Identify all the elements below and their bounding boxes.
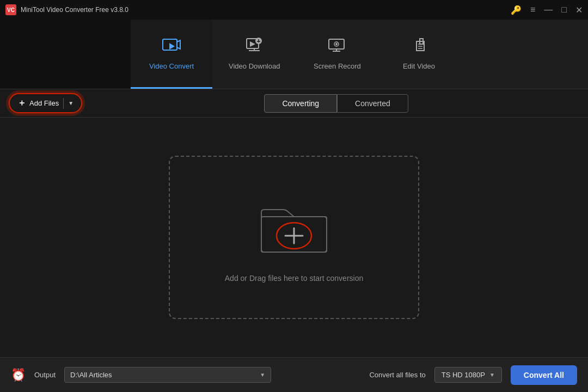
drop-hint-text: Add or Drag files here to start conversi…	[225, 274, 363, 283]
tab-video-convert[interactable]: Video Convert	[131, 20, 212, 89]
maximize-icon[interactable]: □	[561, 5, 567, 15]
convert-all-label: Convert all files to	[369, 371, 425, 379]
converting-tabs: Converting Converted	[264, 94, 408, 113]
menu-icon[interactable]: ≡	[530, 5, 535, 15]
clock-icon[interactable]: ⏰	[11, 368, 26, 382]
tab-converting[interactable]: Converting	[264, 94, 337, 113]
key-icon[interactable]: 🔑	[511, 5, 522, 15]
titlebar-left: VC MiniTool Video Converter Free v3.8.0	[5, 4, 128, 15]
toolbar: ＋ Add Files ▼ Converting Converted	[0, 89, 588, 118]
nav-tabs: Video Convert Video Download	[131, 20, 588, 89]
tab-edit-video[interactable]: Edit Video	[378, 20, 460, 89]
tab-edit-video-label: Edit Video	[403, 62, 435, 70]
tab-video-download-label: Video Download	[229, 62, 280, 70]
format-value: TS HD 1080P	[442, 371, 485, 379]
output-label: Output	[34, 371, 56, 379]
edit-video-icon	[409, 36, 428, 58]
minimize-icon[interactable]: —	[544, 5, 553, 15]
add-files-label: Add Files	[29, 99, 59, 107]
output-path-text: D:\All Articles	[70, 371, 112, 379]
main-content: Add or Drag files here to start conversi…	[0, 118, 588, 357]
tab-converted[interactable]: Converted	[337, 94, 408, 113]
format-select[interactable]: TS HD 1080P ▼	[434, 367, 502, 383]
convert-all-button[interactable]: Convert All	[511, 365, 577, 385]
screen-record-icon	[327, 36, 347, 58]
output-path-field[interactable]: D:\All Articles ▼	[64, 367, 271, 383]
convert-all-btn-label: Convert All	[524, 371, 564, 379]
title-bar: VC MiniTool Video Converter Free v3.8.0 …	[0, 0, 588, 20]
add-files-arrow-icon: ▼	[68, 100, 74, 106]
format-dropdown-arrow: ▼	[489, 372, 495, 378]
nav-bar: Video Convert Video Download	[0, 20, 588, 89]
bottom-bar: ⏰ Output D:\All Articles ▼ Convert all f…	[0, 357, 588, 392]
close-icon[interactable]: ✕	[575, 5, 583, 15]
converting-tab-label: Converting	[282, 99, 319, 108]
svg-point-11	[335, 43, 338, 45]
drop-zone[interactable]: Add or Drag files here to start conversi…	[169, 156, 419, 319]
tab-screen-record-label: Screen Record	[314, 62, 361, 70]
app-icon-text: VC	[7, 7, 15, 13]
tab-screen-record[interactable]: Screen Record	[296, 20, 378, 89]
plus-icon: ＋	[17, 97, 26, 109]
folder-illustration	[250, 192, 338, 263]
tab-video-download[interactable]: Video Download	[212, 20, 296, 89]
tab-video-convert-label: Video Convert	[149, 62, 194, 70]
add-files-button[interactable]: ＋ Add Files ▼	[9, 93, 82, 113]
svg-marker-1	[169, 43, 175, 50]
nav-sidebar	[0, 20, 131, 89]
converted-tab-label: Converted	[355, 99, 390, 108]
video-download-icon	[244, 36, 264, 58]
video-convert-icon	[162, 36, 181, 58]
app-title: MiniTool Video Converter Free v3.8.0	[21, 6, 128, 14]
app-icon: VC	[5, 4, 16, 15]
add-files-divider	[63, 98, 64, 109]
output-path-dropdown-arrow: ▼	[260, 372, 265, 378]
svg-marker-3	[250, 41, 255, 47]
titlebar-controls: 🔑 ≡ — □ ✕	[511, 5, 583, 15]
